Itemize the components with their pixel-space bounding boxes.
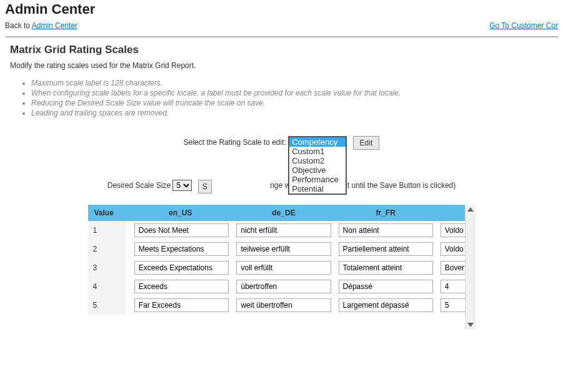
label-input-en[interactable] [134, 242, 229, 256]
hint-item: When configuring scale labels for a spec… [31, 89, 558, 97]
rating-scale-option[interactable]: Potential [289, 184, 346, 194]
table-row: 2 [88, 240, 473, 258]
value-cell: 3 [88, 258, 128, 277]
label-input-fr[interactable] [339, 261, 433, 275]
hint-list: Maximum scale label is 128 characters. W… [22, 79, 558, 117]
label-input-en[interactable] [134, 261, 229, 275]
table-row: 1 [88, 221, 473, 240]
controls-area: Select the Rating Scale to edit: Compete… [5, 136, 558, 194]
label-input-fr[interactable] [339, 280, 433, 293]
hint-item: Reducing the Desired Scale Size value wi… [31, 99, 558, 107]
value-cell: 1 [88, 221, 128, 240]
section-title: Matrix Grid Rating Scales [10, 44, 558, 56]
scale-table: Value en_US de_DE fr_FR 12345 [88, 205, 476, 315]
label-input-de[interactable] [236, 223, 331, 237]
back-to-prefix: Back to [5, 21, 32, 30]
divider [5, 36, 558, 37]
value-cell: 2 [88, 240, 128, 258]
value-cell: 4 [88, 277, 128, 296]
vertical-scrollbar[interactable] [465, 205, 476, 330]
section-description: Modify the rating scales used for the Ma… [10, 61, 558, 70]
label-input-de[interactable] [236, 261, 331, 275]
rating-scale-option[interactable]: Custom1 [289, 147, 346, 156]
edit-button[interactable]: Edit [353, 136, 380, 150]
scroll-down-icon[interactable] [467, 323, 474, 327]
label-input-fr[interactable] [339, 242, 433, 256]
table-row: 5 [88, 296, 473, 315]
label-input-fr[interactable] [339, 223, 433, 237]
col-header-fr: fr_FR [335, 205, 437, 221]
col-header-de: de_DE [232, 205, 334, 221]
hint-item: Maximum scale label is 128 characters. [31, 79, 558, 87]
value-cell: 5 [88, 296, 128, 315]
table-row: 4 [88, 277, 473, 296]
rating-scale-option[interactable]: Performance [289, 175, 346, 184]
back-link[interactable]: Admin Center [32, 21, 77, 30]
rating-scale-option[interactable]: Objective [289, 165, 346, 175]
rating-scale-option[interactable]: Custom2 [289, 156, 346, 165]
label-input-de[interactable] [236, 242, 331, 256]
col-header-en: en_US [128, 205, 233, 221]
rating-scale-option[interactable]: Competency [289, 137, 346, 147]
rating-scale-select[interactable]: Competency Custom1 Custom2 Objective Per… [288, 136, 347, 195]
scale-size-select[interactable]: 5 [172, 180, 192, 191]
back-to-container: Back to Admin Center [5, 21, 77, 30]
header-links: Back to Admin Center Go To Customer Cor [5, 21, 558, 34]
table-row: 3 [88, 258, 473, 277]
customer-community-link[interactable]: Go To Customer Cor [489, 21, 558, 30]
page-title: Admin Center [5, 1, 558, 17]
scale-table-wrap: Value en_US de_DE fr_FR 12345 [88, 205, 476, 330]
label-input-en[interactable] [134, 280, 229, 293]
label-input-fr[interactable] [339, 298, 433, 312]
label-input-en[interactable] [134, 298, 229, 312]
scroll-up-icon[interactable] [467, 207, 474, 212]
label-input-en[interactable] [134, 223, 229, 237]
label-input-de[interactable] [236, 298, 331, 312]
col-header-value: Value [88, 205, 128, 221]
hint-item: Leading and trailing spaces are removed. [31, 109, 558, 117]
save-button[interactable]: S [198, 180, 212, 194]
rating-scale-select-label: Select the Rating Scale to edit: [184, 136, 286, 149]
scale-size-label: Desired Scale Size [107, 181, 171, 190]
label-input-de[interactable] [236, 280, 331, 293]
